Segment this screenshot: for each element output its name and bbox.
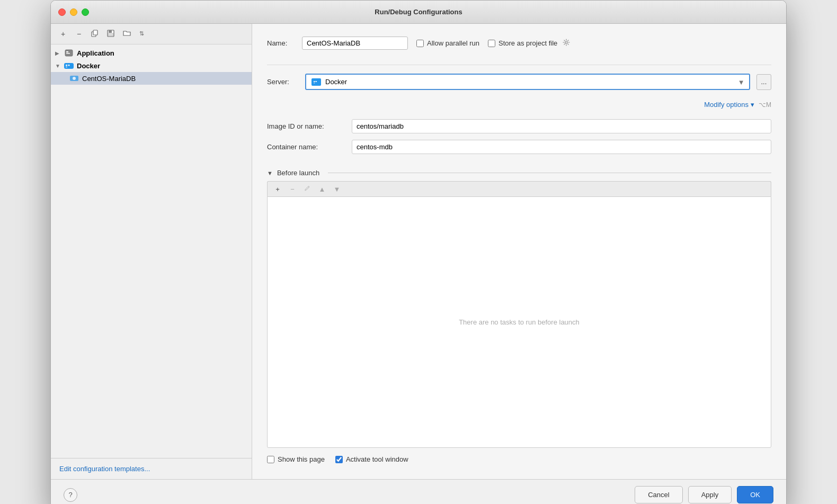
content-area: + − bbox=[51, 24, 786, 479]
minimize-button[interactable] bbox=[70, 8, 77, 16]
help-icon: ? bbox=[68, 491, 72, 499]
save-configuration-button[interactable] bbox=[104, 28, 118, 40]
move-down-icon: ▼ bbox=[334, 185, 341, 193]
divider-top bbox=[267, 65, 771, 65]
store-project-group: Store as project file bbox=[488, 39, 570, 48]
bottom-checkboxes: Show this page Activate tool window bbox=[267, 455, 771, 463]
before-launch-collapse-icon[interactable]: ▼ bbox=[267, 170, 273, 176]
before-launch-section: ▼ Before launch + − bbox=[267, 169, 771, 448]
show-page-check-item: Show this page bbox=[267, 455, 325, 463]
show-page-checkbox[interactable] bbox=[267, 456, 274, 463]
before-launch-move-down-button[interactable]: ▼ bbox=[331, 184, 343, 194]
before-launch-toolbar: + − ▲ bbox=[267, 181, 771, 196]
copy-icon bbox=[91, 30, 99, 39]
open-folder-button[interactable] bbox=[120, 28, 133, 40]
image-id-input[interactable] bbox=[352, 119, 771, 133]
modify-options-chevron-icon: ▾ bbox=[751, 101, 754, 109]
sidebar-item-docker[interactable]: ▼ Docker bbox=[51, 59, 252, 72]
name-row: Name: Allow parallel run Store as projec… bbox=[267, 37, 771, 50]
svg-rect-4 bbox=[108, 33, 113, 36]
svg-rect-19 bbox=[314, 83, 315, 84]
sidebar-tree: ▶ Application ▼ bbox=[51, 44, 252, 458]
apply-button[interactable]: Apply bbox=[688, 486, 732, 503]
svg-rect-11 bbox=[68, 65, 70, 66]
traffic-lights bbox=[58, 8, 89, 16]
before-launch-move-up-button[interactable]: ▲ bbox=[316, 184, 328, 194]
server-more-button[interactable]: ... bbox=[756, 74, 771, 90]
before-launch-add-button[interactable]: + bbox=[272, 184, 283, 194]
window-title: Run/Debug Configurations bbox=[375, 8, 462, 16]
docker-icon bbox=[64, 61, 74, 70]
expand-arrow-application: ▶ bbox=[55, 50, 64, 56]
centos-mariadb-icon bbox=[69, 74, 79, 83]
name-label: Name: bbox=[267, 39, 293, 47]
run-debug-configurations-window: Run/Debug Configurations + − bbox=[50, 0, 787, 504]
edit-task-icon bbox=[304, 185, 311, 193]
before-launch-remove-button[interactable]: − bbox=[287, 184, 298, 194]
store-project-gear-icon[interactable] bbox=[563, 39, 570, 48]
folder-icon bbox=[123, 30, 131, 38]
before-launch-title: Before launch bbox=[277, 169, 319, 177]
edit-templates-link[interactable]: Edit configuration templates... bbox=[59, 465, 150, 473]
sidebar-item-centos-mariadb[interactable]: CentOS-MariaDB bbox=[51, 72, 252, 85]
sidebar-toolbar: + − bbox=[51, 24, 252, 44]
before-launch-edit-button[interactable] bbox=[301, 184, 313, 194]
remove-icon: − bbox=[77, 30, 81, 38]
sort-button[interactable]: ⇅ bbox=[136, 28, 149, 40]
dropdown-arrow-icon: ▼ bbox=[738, 78, 745, 86]
add-configuration-button[interactable]: + bbox=[56, 28, 70, 40]
svg-rect-18 bbox=[316, 81, 317, 82]
server-value: Docker bbox=[325, 78, 347, 86]
application-icon bbox=[64, 49, 74, 57]
allow-parallel-checkbox[interactable] bbox=[416, 40, 424, 47]
image-id-label: Image ID or name: bbox=[267, 122, 352, 130]
svg-point-14 bbox=[73, 77, 76, 80]
server-label: Server: bbox=[267, 78, 299, 86]
server-dropdown[interactable]: Docker ▼ bbox=[305, 74, 750, 90]
help-button[interactable]: ? bbox=[64, 488, 77, 502]
cancel-button[interactable]: Cancel bbox=[635, 486, 682, 503]
activate-window-check-item: Activate tool window bbox=[335, 455, 408, 463]
modify-options-button[interactable]: Modify options ▾ bbox=[704, 101, 754, 109]
modify-options-label: Modify options bbox=[704, 101, 749, 109]
server-docker-icon bbox=[311, 78, 321, 86]
maximize-button[interactable] bbox=[82, 8, 89, 16]
modify-options-shortcut: ⌥M bbox=[759, 101, 771, 109]
activate-window-checkbox[interactable] bbox=[335, 456, 343, 463]
svg-point-15 bbox=[565, 41, 567, 43]
move-up-icon: ▲ bbox=[319, 185, 326, 193]
main-panel: Name: Allow parallel run Store as projec… bbox=[252, 24, 786, 479]
modify-options-row: Modify options ▾ ⌥M bbox=[267, 101, 771, 109]
svg-rect-3 bbox=[109, 30, 112, 33]
remove-configuration-button[interactable]: − bbox=[72, 28, 86, 40]
container-name-label: Container name: bbox=[267, 143, 352, 151]
ok-button[interactable]: OK bbox=[737, 486, 773, 503]
image-id-row: Image ID or name: bbox=[267, 119, 771, 133]
titlebar: Run/Debug Configurations bbox=[51, 1, 786, 24]
name-input[interactable] bbox=[302, 37, 408, 50]
container-name-input[interactable] bbox=[352, 140, 771, 154]
svg-rect-17 bbox=[314, 81, 315, 82]
remove-task-icon: − bbox=[290, 185, 295, 193]
copy-configuration-button[interactable] bbox=[88, 28, 102, 40]
action-buttons: Cancel Apply OK bbox=[635, 486, 773, 503]
before-launch-header: ▼ Before launch bbox=[267, 169, 771, 177]
expand-arrow-docker: ▼ bbox=[55, 63, 64, 69]
docker-label: Docker bbox=[77, 62, 100, 70]
add-task-icon: + bbox=[275, 185, 280, 193]
sidebar: + − bbox=[51, 24, 252, 479]
container-name-row: Container name: bbox=[267, 140, 771, 154]
before-launch-content: There are no tasks to run before launch bbox=[267, 196, 771, 448]
sidebar-item-application[interactable]: ▶ Application bbox=[51, 47, 252, 59]
show-page-label: Show this page bbox=[278, 455, 325, 463]
centos-mariadb-label: CentOS-MariaDB bbox=[82, 75, 136, 83]
no-tasks-message: There are no tasks to run before launch bbox=[459, 318, 580, 326]
application-label: Application bbox=[77, 49, 114, 57]
save-icon bbox=[107, 30, 114, 39]
sidebar-footer: Edit configuration templates... bbox=[51, 458, 252, 479]
close-button[interactable] bbox=[58, 8, 66, 16]
before-launch-divider bbox=[328, 173, 771, 173]
server-row: Server: Docker ▼ ... bbox=[267, 74, 771, 90]
store-project-checkbox[interactable] bbox=[488, 40, 495, 47]
activate-window-label: Activate tool window bbox=[346, 455, 408, 463]
